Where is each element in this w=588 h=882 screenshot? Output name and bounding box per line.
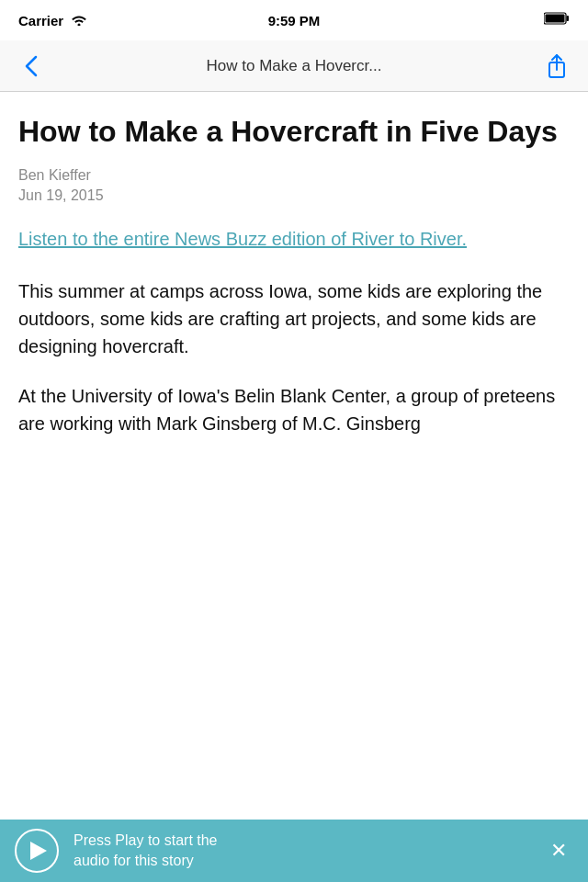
- nav-bar: How to Make a Hovercr...: [0, 40, 588, 92]
- body-paragraph-1: This summer at camps across Iowa, some k…: [18, 277, 570, 360]
- article-date: Jun 19, 2015: [18, 187, 570, 204]
- play-icon: [30, 842, 47, 860]
- share-button[interactable]: [540, 50, 573, 83]
- body-paragraph-2: At the University of Iowa's Belin Blank …: [18, 382, 570, 437]
- close-icon: ✕: [550, 841, 567, 861]
- status-left: Carrier: [18, 13, 87, 28]
- status-time: 9:59 PM: [268, 13, 321, 28]
- close-button[interactable]: ✕: [544, 836, 573, 865]
- article-body: This summer at camps across Iowa, some k…: [18, 277, 570, 437]
- article-content: How to Make a Hovercraft in Five Days Be…: [0, 92, 588, 820]
- status-right: [544, 12, 570, 28]
- article-link[interactable]: Listen to the entire News Buzz edition o…: [18, 226, 570, 252]
- battery-icon: [544, 12, 570, 28]
- wifi-icon: [71, 13, 87, 28]
- status-bar: Carrier 9:59 PM: [0, 0, 588, 40]
- svg-rect-2: [546, 15, 565, 23]
- audio-text-line2: audio for this story: [74, 853, 194, 868]
- article-title: How to Make a Hovercraft in Five Days: [18, 114, 570, 149]
- audio-text: Press Play to start the audio for this s…: [74, 831, 529, 870]
- audio-text-line1: Press Play to start the: [74, 832, 218, 848]
- play-button[interactable]: [15, 829, 59, 873]
- carrier-label: Carrier: [18, 13, 63, 28]
- audio-bar: Press Play to start the audio for this s…: [0, 820, 588, 882]
- back-button[interactable]: [15, 50, 48, 83]
- svg-rect-1: [567, 16, 570, 21]
- article-author: Ben Kieffer: [18, 167, 570, 184]
- nav-title: How to Make a Hovercr...: [48, 57, 540, 75]
